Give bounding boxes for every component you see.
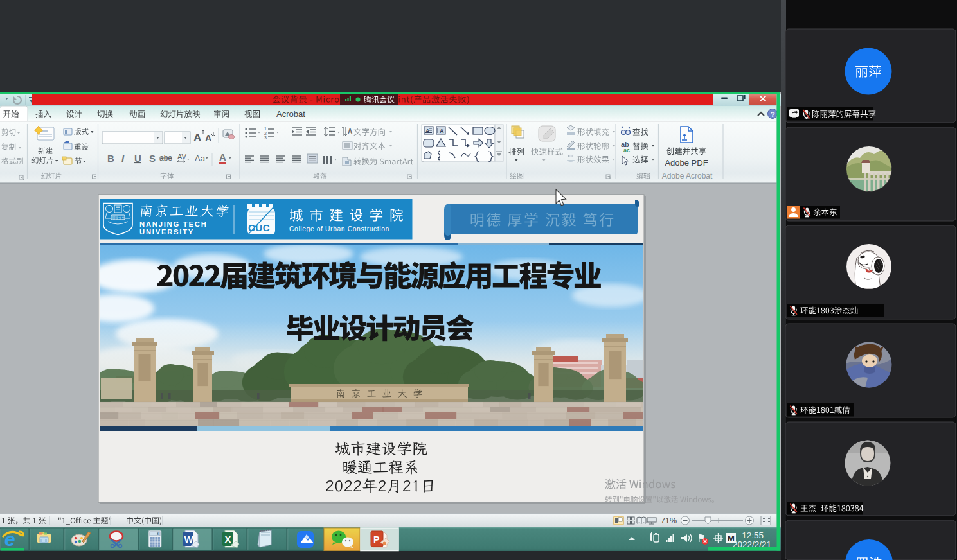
svg-text:P: P [373,534,379,545]
svg-text:2: 2 [264,131,267,136]
svg-text:B: B [107,153,114,164]
svg-text:A: A [425,128,430,134]
svg-text:A: A [193,132,201,144]
svg-text:1: 1 [264,127,267,131]
svg-text:Adobe Acrobat: Adobe Acrobat [662,171,713,180]
svg-text:8: 8 [157,532,159,536]
svg-text:A: A [440,128,444,134]
svg-text:A: A [219,152,226,162]
svg-text:3: 3 [264,136,267,140]
svg-text:AV: AV [177,153,187,161]
svg-text:?: ? [771,110,775,118]
svg-text:S: S [149,153,156,164]
svg-text:ac: ac [623,147,630,153]
svg-text:X: X [225,534,231,545]
svg-text:Adobe PDF: Adobe PDF [665,158,708,168]
svg-text:UNIVERSITY: UNIVERSITY [139,228,194,236]
svg-text:Aa: Aa [195,153,206,163]
svg-text:71%: 71% [661,516,677,525]
svg-text:U: U [134,153,141,164]
svg-text:A: A [205,133,211,143]
svg-text:NANJING TECH: NANJING TECH [139,220,208,228]
svg-text:W: W [184,534,194,545]
svg-text:College of Urban Construction: College of Urban Construction [289,225,389,232]
svg-text:国业立生: 国业立生 [112,216,125,220]
svg-text:CUC: CUC [248,222,270,233]
svg-text:A: A [348,128,352,135]
svg-text:Acrobat: Acrobat [276,109,305,119]
